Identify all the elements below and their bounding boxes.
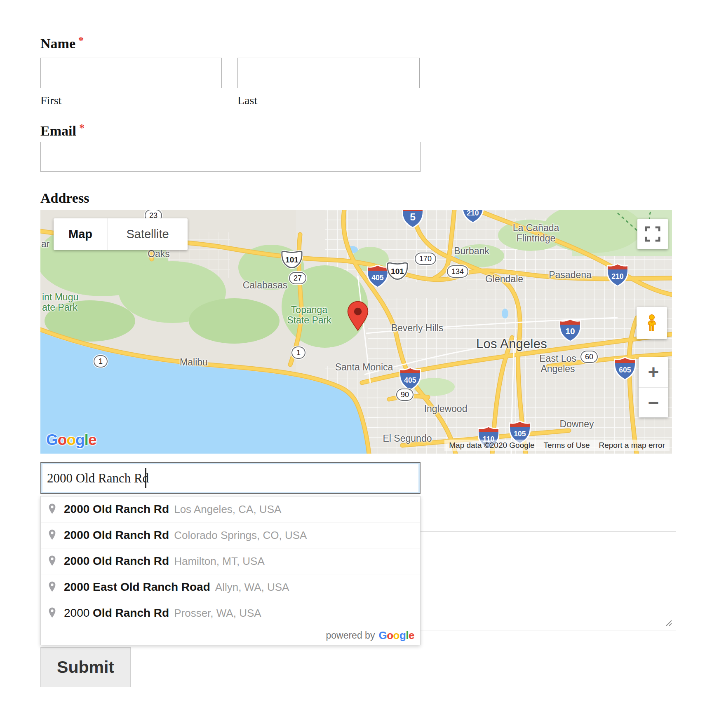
google-letter: l xyxy=(85,431,88,448)
svg-text:10: 10 xyxy=(565,326,575,336)
zoom-out-button[interactable]: − xyxy=(639,388,668,418)
name-label-text: Name xyxy=(40,36,75,51)
map-type-satellite-button[interactable]: Satellite xyxy=(108,218,188,250)
autocomplete-suggestion[interactable]: 2000 Old Ranch Rd Prosser, WA, USA xyxy=(41,600,420,626)
suggestion-secondary-text: Prosser, WA, USA xyxy=(174,607,261,620)
google-logo: Google xyxy=(46,431,96,449)
map-label: Inglewood xyxy=(424,404,468,414)
map-label: Los Angeles xyxy=(476,337,547,351)
map-type-map-button[interactable]: Map xyxy=(54,218,108,250)
route-shield: 134 xyxy=(447,265,468,278)
suggestion-secondary-text: Hamilton, MT, USA xyxy=(174,555,265,568)
suggestion-main-text: 2000 Old Ranch Rd xyxy=(64,503,169,516)
map-canvas[interactable]: Thousand OaksCalabasasMalibuSanta Monica… xyxy=(40,210,672,454)
route-shield: 605 xyxy=(614,357,636,380)
suggestion-secondary-text: Allyn, WA, USA xyxy=(215,581,289,594)
svg-text:101: 101 xyxy=(391,267,404,276)
suggestion-main-text: 2000 Old Ranch Rd xyxy=(64,606,169,620)
last-name-input[interactable] xyxy=(237,58,420,88)
suggestion-secondary-text: Colorado Springs, CO, USA xyxy=(174,529,307,542)
autocomplete-suggestion[interactable]: 2000 Old Ranch Rd Hamilton, MT, USA xyxy=(41,548,420,574)
svg-text:605: 605 xyxy=(619,366,631,374)
location-pin-icon xyxy=(47,555,58,568)
map-label: Pasadena xyxy=(549,270,592,280)
map-label: El Segundo xyxy=(383,433,432,444)
text-cursor xyxy=(145,468,146,488)
route-shield: 27 xyxy=(289,272,306,284)
route-shield: 405 xyxy=(367,265,388,288)
address-search-input[interactable] xyxy=(40,462,421,494)
map-label: La Cañada Flintridge xyxy=(513,223,559,244)
route-shield: 101 xyxy=(280,248,303,269)
email-label: Email* xyxy=(40,122,85,139)
svg-text:105: 105 xyxy=(514,430,526,438)
powered-by-text: powered by xyxy=(326,630,375,641)
route-shield: 405 xyxy=(399,368,421,390)
fullscreen-button[interactable] xyxy=(637,219,668,249)
route-shield: 10 xyxy=(559,319,581,342)
suggestion-main-text: 2000 Old Ranch Rd xyxy=(64,529,169,542)
map-label: Calabasas xyxy=(243,280,288,290)
map-marker-pin[interactable] xyxy=(347,301,369,331)
google-letter: g xyxy=(75,431,85,448)
route-shield: 170 xyxy=(415,253,436,265)
suggestion-main-text: 2000 East Old Ranch Road xyxy=(64,581,210,594)
location-pin-icon xyxy=(47,606,58,620)
map-label: Beverly Hills xyxy=(391,323,444,333)
last-sublabel: Last xyxy=(237,94,257,107)
svg-text:210: 210 xyxy=(467,210,479,217)
required-asterisk: * xyxy=(79,122,85,134)
suggestion-secondary-text: Los Angeles, CA, USA xyxy=(174,503,281,516)
map-label: Topanga State Park xyxy=(287,305,331,326)
map-attribution: Map data ©2020 Google Terms of Use Repor… xyxy=(444,440,670,451)
pegman-button[interactable] xyxy=(637,307,667,339)
route-shield: 101 xyxy=(386,260,409,281)
google-letter: G xyxy=(46,431,58,448)
route-shield: 90 xyxy=(396,389,414,401)
zoom-in-button[interactable]: + xyxy=(639,357,668,388)
map-label: Burbank xyxy=(454,246,489,256)
map-label: East Los Angeles xyxy=(539,353,576,375)
map-data-text: Map data ©2020 Google xyxy=(444,440,539,451)
first-name-input[interactable] xyxy=(40,58,222,88)
route-shield: 60 xyxy=(580,351,598,363)
map-type-control: Map Satellite xyxy=(54,218,188,250)
location-pin-icon xyxy=(47,503,58,516)
address-label: Address xyxy=(40,190,89,206)
address-autocomplete-dropdown: 2000 Old Ranch Rd Los Angeles, CA, USA 2… xyxy=(40,496,421,645)
map-label: Santa Monica xyxy=(335,362,393,372)
textarea-resize-handle[interactable] xyxy=(665,619,673,627)
powered-by-google: powered by Google xyxy=(41,626,420,645)
route-shield: 1 xyxy=(94,355,108,368)
svg-text:405: 405 xyxy=(404,376,416,384)
suggestion-main-text: 2000 Old Ranch Rd xyxy=(64,555,169,568)
report-map-error-link[interactable]: Report a map error xyxy=(594,440,670,451)
pegman-icon xyxy=(643,314,660,332)
google-letter: o xyxy=(58,431,67,448)
svg-text:210: 210 xyxy=(611,272,624,281)
email-label-text: Email xyxy=(40,123,76,138)
first-sublabel: First xyxy=(40,94,61,107)
autocomplete-suggestion[interactable]: 2000 Old Ranch Rd Los Angeles, CA, USA xyxy=(41,496,420,522)
map-label: int Mugu ate Park xyxy=(42,292,78,313)
map-label: Malibu xyxy=(180,357,208,368)
route-shield: 210 xyxy=(462,210,484,223)
location-pin-icon xyxy=(47,581,58,594)
svg-text:101: 101 xyxy=(285,255,298,264)
name-label: Name* xyxy=(40,35,84,51)
autocomplete-suggestion[interactable]: 2000 East Old Ranch Road Allyn, WA, USA xyxy=(41,574,420,600)
google-letter: o xyxy=(66,431,75,448)
route-shield: 210 xyxy=(607,264,628,286)
route-shield: 5 xyxy=(402,210,423,228)
map-label: ar xyxy=(41,239,49,249)
svg-text:5: 5 xyxy=(410,211,416,222)
autocomplete-suggestion[interactable]: 2000 Old Ranch Rd Colorado Springs, CO, … xyxy=(41,522,420,548)
form-page: Name* First Last Email* Address xyxy=(0,0,719,728)
map-label: Glendale xyxy=(485,274,523,284)
map-label: Downey xyxy=(559,419,594,429)
submit-button[interactable]: Submit xyxy=(40,647,131,687)
zoom-control: + − xyxy=(639,357,668,417)
terms-of-use-link[interactable]: Terms of Use xyxy=(539,440,594,451)
google-letter: e xyxy=(88,431,96,448)
email-input[interactable] xyxy=(40,142,421,172)
